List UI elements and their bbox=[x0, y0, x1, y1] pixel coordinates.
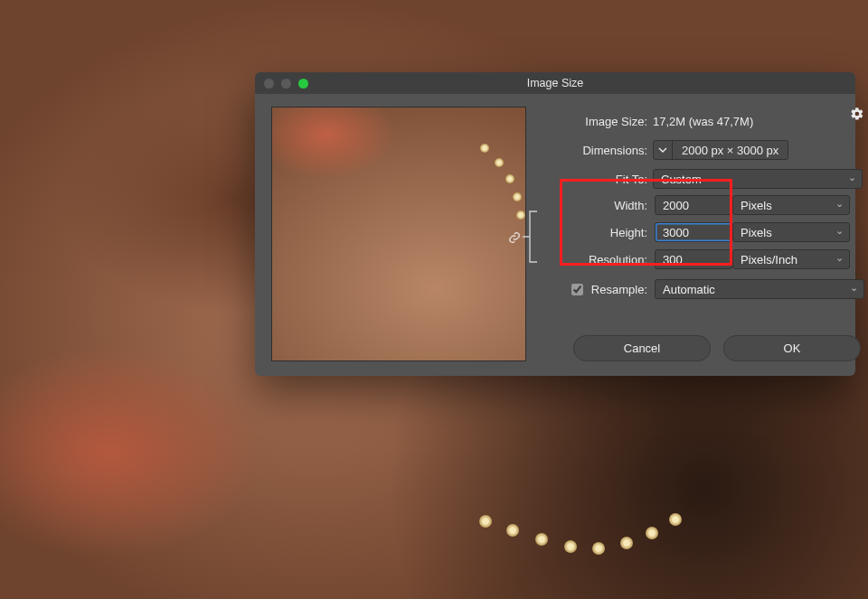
decorative-dot bbox=[495, 158, 504, 167]
cancel-button[interactable]: Cancel bbox=[573, 335, 711, 361]
resolution-label: Resolution: bbox=[564, 253, 647, 267]
image-size-label: Image Size: bbox=[564, 115, 647, 128]
link-icon[interactable] bbox=[506, 229, 523, 246]
image-preview[interactable] bbox=[271, 107, 526, 361]
titlebar[interactable]: Image Size bbox=[255, 72, 855, 94]
decorative-dot bbox=[479, 515, 492, 528]
height-unit-select[interactable]: Pixels⌄ bbox=[732, 222, 850, 242]
dimensions-value: 2000 px × 3000 px bbox=[673, 144, 788, 157]
chevron-down-icon: ⌄ bbox=[848, 172, 856, 183]
width-unit-select[interactable]: Pixels⌄ bbox=[732, 195, 850, 215]
resolution-unit-select[interactable]: Pixels/Inch⌄ bbox=[732, 249, 850, 269]
dialog-title: Image Size bbox=[255, 77, 855, 89]
resample-checkbox[interactable]: Resample: bbox=[564, 281, 647, 298]
decorative-dot bbox=[669, 513, 682, 526]
height-input[interactable]: 3000 bbox=[655, 222, 732, 242]
chevron-down-icon bbox=[654, 141, 673, 159]
chevron-down-icon: ⌄ bbox=[835, 252, 844, 264]
decorative-dot bbox=[535, 533, 548, 546]
gear-icon[interactable] bbox=[850, 107, 864, 124]
decorative-dot bbox=[592, 542, 605, 555]
height-label: Height: bbox=[564, 226, 647, 239]
decorative-dot bbox=[620, 537, 633, 549]
fit-to-value: Custom bbox=[661, 173, 702, 186]
dimensions-label: Dimensions: bbox=[564, 144, 647, 157]
chevron-down-icon: ⌄ bbox=[835, 225, 844, 237]
decorative-dot bbox=[516, 211, 525, 220]
decorative-dot bbox=[513, 192, 522, 201]
chevron-down-icon: ⌄ bbox=[850, 282, 858, 294]
decorative-dot bbox=[564, 540, 577, 553]
image-size-dialog: Image Size Image Size: 17,2M (was 47,7M)… bbox=[255, 72, 855, 376]
chevron-down-icon: ⌄ bbox=[835, 198, 844, 210]
decorative-dot bbox=[505, 174, 514, 183]
fit-to-select[interactable]: Custom ⌄ bbox=[653, 169, 863, 189]
dimensions-dropdown[interactable]: 2000 px × 3000 px bbox=[653, 140, 788, 160]
resample-checkbox-input[interactable] bbox=[571, 284, 583, 295]
image-size-value: 17,2M (was 47,7M) bbox=[653, 115, 753, 128]
fit-to-label: Fit To: bbox=[564, 173, 647, 186]
width-input[interactable]: 2000 bbox=[655, 195, 732, 215]
decorative-dot bbox=[480, 144, 489, 153]
decorative-dot bbox=[506, 524, 519, 537]
ok-button[interactable]: OK bbox=[723, 335, 861, 361]
decorative-dot bbox=[646, 527, 658, 539]
width-label: Width: bbox=[564, 199, 647, 212]
resample-label: Resample: bbox=[591, 283, 647, 296]
resolution-input[interactable]: 300 bbox=[655, 249, 732, 269]
resample-method-select[interactable]: Automatic ⌄ bbox=[655, 279, 864, 299]
